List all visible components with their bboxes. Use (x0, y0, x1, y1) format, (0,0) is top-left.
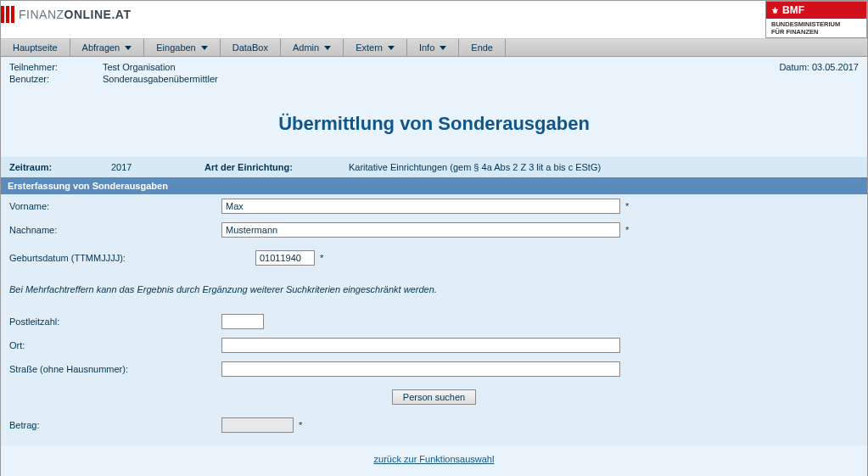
nachname-label: Nachname: (9, 225, 221, 235)
teilnehmer-label: Teilnehmer: (9, 62, 103, 72)
menu-extern[interactable]: Extern (344, 39, 407, 56)
zeitraum-value: 2017 (111, 162, 204, 172)
menu-admin[interactable]: Admin (281, 39, 344, 56)
zeitraum-label: Zeitraum: (9, 162, 111, 172)
menu-label: Admin (293, 42, 319, 53)
search-button-row: Person suchen (1, 381, 867, 413)
row-plz: Postleitzahl: (1, 310, 867, 333)
period-bar: Zeitraum: 2017 Art der Einrichtung: Kari… (1, 157, 867, 177)
menu-label: Extern (356, 42, 383, 53)
menu-label: Hauptseite (13, 42, 58, 53)
menu-eingaben[interactable]: Eingaben (144, 39, 221, 56)
chevron-down-icon (388, 46, 395, 50)
back-link-row: zurück zur Funktionsauswahl (1, 445, 867, 476)
row-strasse: Straße (ohne Hausnummer): (1, 357, 867, 381)
strasse-label: Straße (ohne Hausnummer): (9, 364, 221, 374)
geburtsdatum-input[interactable] (255, 250, 315, 266)
bmf-sub1: BUNDESMINISTERIUM (771, 20, 840, 28)
nachname-input[interactable] (221, 222, 620, 238)
menu-abfragen[interactable]: Abfragen (70, 39, 145, 56)
crest-icon: ⚜ (771, 6, 779, 15)
bmf-subtitle: BUNDESMINISTERIUM FÜR FINANZEN (766, 19, 866, 37)
teilnehmer-value: Test Organisation (103, 62, 218, 72)
ort-input[interactable] (221, 338, 620, 353)
benutzer-value: Sonderausgabenübermittler (103, 74, 218, 84)
bmf-sub2: FÜR FINANZEN (771, 28, 818, 36)
geburtsdatum-label: Geburtsdatum (TTMMJJJJ): (9, 253, 255, 263)
required-icon: * (320, 253, 323, 263)
menu-databox[interactable]: DataBox (221, 39, 281, 56)
back-link[interactable]: zurück zur Funktionsauswahl (374, 454, 495, 464)
betrag-label: Betrag: (9, 420, 221, 430)
datum-value: 03.05.2017 (812, 62, 859, 72)
brand-suffix: ONLINE.AT (64, 8, 132, 21)
bmf-label: BMF (782, 4, 804, 16)
menu-label: Info (419, 42, 434, 53)
info-left: Teilnehmer: Test Organisation Benutzer: … (9, 62, 218, 84)
benutzer-label: Benutzer: (9, 74, 103, 84)
plz-label: Postleitzahl: (9, 316, 221, 327)
content-area: Teilnehmer: Test Organisation Benutzer: … (1, 57, 867, 476)
brand: FINANZONLINE.AT (1, 1, 131, 28)
menu-label: Abfragen (82, 42, 120, 53)
datum-label: Datum: (779, 62, 812, 72)
row-ort: Ort: (1, 333, 867, 357)
row-nachname: Nachname: * (1, 218, 867, 242)
required-icon: * (299, 420, 302, 430)
art-label: Art der Einrichtung: (204, 162, 349, 172)
menu-label: Eingaben (156, 42, 196, 53)
bmf-logo: ⚜ BMF (766, 2, 866, 19)
menu-label: Ende (471, 42, 493, 53)
brand-prefix: FINANZ (19, 8, 64, 21)
betrag-input (221, 417, 294, 433)
info-bar: Teilnehmer: Test Organisation Benutzer: … (1, 57, 867, 89)
strasse-input[interactable] (221, 361, 620, 377)
required-icon: * (625, 201, 629, 211)
brand-text: FINANZONLINE.AT (19, 8, 131, 21)
chevron-down-icon (125, 46, 132, 50)
vorname-input[interactable] (221, 199, 620, 214)
info-right: Datum: 03.05.2017 (779, 62, 859, 84)
menu-label: DataBox (232, 42, 268, 53)
art-value: Karitative Einrichtungen (gem § 4a Abs 2… (349, 162, 601, 172)
menu-info[interactable]: Info (407, 39, 459, 56)
vorname-label: Vorname: (9, 201, 221, 211)
app-window: FINANZONLINE.AT ⚜ BMF BUNDESMINISTERIUM … (0, 0, 868, 476)
section-header: Ersterfassung von Sonderausgaben (1, 177, 867, 194)
top-header: FINANZONLINE.AT ⚜ BMF BUNDESMINISTERIUM … (1, 1, 867, 39)
row-vorname: Vorname: * (1, 194, 867, 218)
menu-hauptseite[interactable]: Hauptseite (1, 39, 70, 56)
multi-hit-note: Bei Mehrfachtreffern kann das Ergebnis d… (1, 274, 867, 310)
person-suchen-button[interactable]: Person suchen (392, 389, 476, 405)
bmf-box: ⚜ BMF BUNDESMINISTERIUM FÜR FINANZEN (765, 1, 867, 38)
required-icon: * (625, 225, 629, 235)
chevron-down-icon (440, 46, 446, 50)
ort-label: Ort: (9, 340, 221, 350)
chevron-down-icon (324, 46, 331, 50)
form-body: Vorname: * Nachname: * Geburtsdatum (TTM… (1, 194, 867, 445)
chevron-down-icon (201, 46, 208, 50)
row-betrag: Betrag: * (1, 413, 867, 445)
page-title: Übermittlung von Sonderausgaben (1, 89, 867, 157)
menu-bar: Hauptseite Abfragen Eingaben DataBox Adm… (1, 39, 867, 57)
row-geburtsdatum: Geburtsdatum (TTMMJJJJ): * (1, 242, 867, 274)
menu-ende[interactable]: Ende (459, 39, 506, 56)
brand-logo-icon (1, 6, 14, 23)
plz-input[interactable] (221, 314, 264, 329)
